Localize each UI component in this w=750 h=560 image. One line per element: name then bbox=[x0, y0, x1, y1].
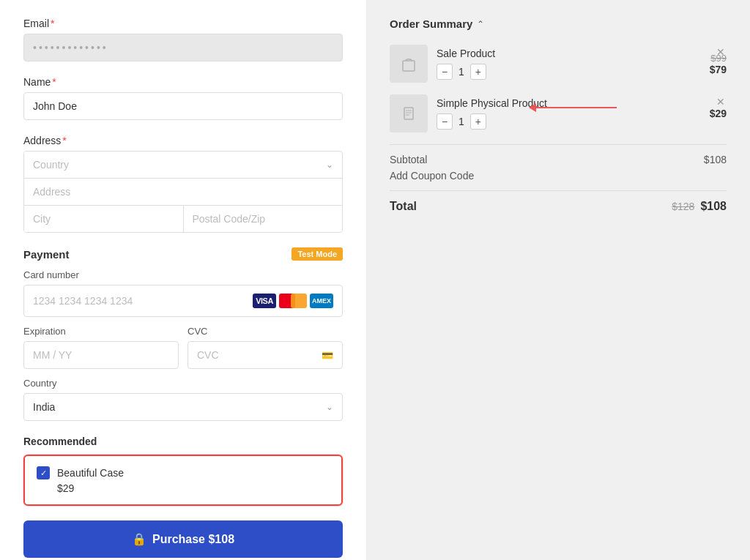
total-price-group: $128 $108 bbox=[672, 200, 727, 213]
payment-country-select-row[interactable]: India United States United Kingdom ⌄ bbox=[23, 393, 343, 421]
name-label: Name* bbox=[23, 76, 343, 88]
card-number-label: Card number bbox=[23, 269, 343, 280]
order-item-1: Sale Product − 1 + $99 $79 ✕ bbox=[390, 45, 727, 83]
chevron-up-icon[interactable]: ⌃ bbox=[477, 19, 484, 29]
total-label: Total bbox=[390, 200, 417, 213]
cvc-input-row[interactable]: CVC 💳 bbox=[188, 341, 343, 369]
item-2-increase-button[interactable]: + bbox=[470, 113, 486, 130]
card-icons: VISA AMEX bbox=[253, 293, 333, 309]
card-number-row[interactable]: 1234 1234 1234 1234 VISA AMEX bbox=[23, 285, 343, 317]
item-1-decrease-button[interactable]: − bbox=[437, 64, 453, 80]
recommended-title: Recommended bbox=[23, 436, 343, 447]
arrow-head-icon bbox=[529, 103, 536, 112]
recommended-name: Beautiful Case bbox=[57, 467, 124, 479]
coupon-label[interactable]: Add Coupon Code bbox=[390, 170, 474, 182]
subtotal-row: Subtotal $108 bbox=[390, 154, 727, 165]
payment-title: Payment bbox=[23, 248, 70, 261]
right-panel: Order Summary ⌃ Sale Product − 1 + $99 $… bbox=[366, 0, 750, 560]
order-divider bbox=[390, 144, 727, 145]
item-1-increase-button[interactable]: + bbox=[470, 64, 486, 80]
address-street-input[interactable] bbox=[24, 179, 342, 205]
address-group: Country United States India United Kingd… bbox=[23, 151, 343, 233]
recommended-section: Recommended ✓ Beautiful Case $29 bbox=[23, 436, 343, 506]
svg-rect-0 bbox=[403, 61, 415, 71]
coupon-row: Add Coupon Code bbox=[390, 170, 727, 182]
item-2-quantity: 1 bbox=[458, 116, 464, 127]
item-1-details: Sale Product − 1 + bbox=[437, 48, 710, 80]
item-2-details: Simple Physical Product − 1 + bbox=[437, 97, 710, 130]
arrow-annotation bbox=[529, 103, 617, 112]
city-input[interactable] bbox=[24, 206, 184, 232]
address-country-select[interactable]: Country United States India United Kingd… bbox=[24, 152, 326, 178]
item-2-close-button[interactable]: ✕ bbox=[715, 94, 727, 109]
payment-country-label: Country bbox=[23, 378, 343, 389]
payment-field-group: Payment Test Mode Card number 1234 1234 … bbox=[23, 247, 343, 421]
recommended-top-row: ✓ Beautiful Case bbox=[37, 466, 330, 479]
expiration-input-row[interactable]: MM / YY bbox=[23, 341, 179, 369]
card-number-placeholder: 1234 1234 1234 1234 bbox=[33, 295, 253, 307]
left-panel: Email* ••••••••••••• Name* Address* Coun… bbox=[0, 0, 366, 560]
order-summary-header: Order Summary ⌃ bbox=[390, 18, 727, 30]
purchase-button[interactable]: 🔒 Purchase $108 bbox=[23, 520, 343, 558]
mastercard-icon bbox=[279, 293, 307, 309]
chevron-down-icon: ⌄ bbox=[326, 402, 333, 412]
cvc-field: CVC CVC 💳 bbox=[188, 326, 343, 369]
exp-cvc-row: Expiration MM / YY CVC CVC 💳 bbox=[23, 326, 343, 369]
test-mode-badge: Test Mode bbox=[292, 247, 343, 261]
address-label: Address* bbox=[23, 135, 343, 146]
item-1-image bbox=[390, 45, 428, 83]
total-original-price: $128 bbox=[672, 201, 694, 212]
item-2-price: $29 bbox=[710, 108, 727, 119]
expiration-field: Expiration MM / YY bbox=[23, 326, 179, 369]
name-field-group: Name* bbox=[23, 76, 343, 120]
item-2-price-value: $29 bbox=[710, 108, 727, 119]
email-field-group: Email* ••••••••••••• bbox=[23, 18, 343, 61]
svg-rect-1 bbox=[404, 108, 413, 119]
recommended-price: $29 bbox=[57, 482, 330, 494]
visa-icon: VISA bbox=[253, 294, 276, 308]
checkmark-icon: ✓ bbox=[40, 468, 47, 478]
payment-country-select[interactable]: India United States United Kingdom bbox=[33, 401, 326, 413]
cvc-placeholder: CVC bbox=[197, 349, 322, 361]
zip-input[interactable] bbox=[184, 206, 343, 232]
amex-icon: AMEX bbox=[310, 294, 333, 308]
address-field-group: Address* Country United States India Uni… bbox=[23, 135, 343, 233]
item-1-quantity: 1 bbox=[458, 66, 464, 78]
recommended-checkbox[interactable]: ✓ bbox=[37, 466, 50, 479]
bag-icon bbox=[398, 53, 419, 74]
total-row: Total $128 $108 bbox=[390, 200, 727, 213]
total-divider bbox=[390, 190, 727, 191]
product-icon bbox=[398, 103, 419, 124]
address-country-row: Country United States India United Kingd… bbox=[24, 152, 342, 179]
expiration-label: Expiration bbox=[23, 326, 179, 337]
order-summary-title: Order Summary bbox=[390, 18, 472, 30]
cvc-label: CVC bbox=[188, 326, 343, 337]
item-2-decrease-button[interactable]: − bbox=[437, 113, 453, 130]
item-2-qty-row: − 1 + bbox=[437, 113, 710, 130]
subtotal-label: Subtotal bbox=[390, 154, 427, 165]
payment-header: Payment Test Mode bbox=[23, 247, 343, 261]
chevron-down-icon: ⌄ bbox=[326, 160, 342, 170]
address-street-row bbox=[24, 179, 342, 206]
item-1-sale-price: $79 bbox=[710, 64, 727, 75]
item-1-name: Sale Product bbox=[437, 48, 710, 59]
email-input[interactable]: ••••••••••••• bbox=[23, 34, 343, 61]
total-sale-price: $108 bbox=[700, 200, 727, 213]
item-1-close-button[interactable]: ✕ bbox=[715, 45, 727, 59]
lock-icon: 🔒 bbox=[132, 532, 146, 546]
order-item-2: Simple Physical Product − 1 + $29 ✕ bbox=[390, 94, 727, 132]
item-2-image bbox=[390, 94, 428, 132]
cvc-card-icon: 💳 bbox=[322, 350, 333, 361]
arrow-line bbox=[536, 107, 617, 108]
item-1-qty-row: − 1 + bbox=[437, 64, 710, 80]
address-bottom-row bbox=[24, 206, 342, 232]
recommended-card[interactable]: ✓ Beautiful Case $29 bbox=[23, 455, 343, 506]
name-input[interactable] bbox=[23, 92, 343, 120]
expiration-placeholder: MM / YY bbox=[33, 349, 169, 361]
subtotal-value: $108 bbox=[704, 154, 727, 165]
email-label: Email* bbox=[23, 18, 343, 29]
purchase-button-label: Purchase $108 bbox=[152, 533, 234, 546]
